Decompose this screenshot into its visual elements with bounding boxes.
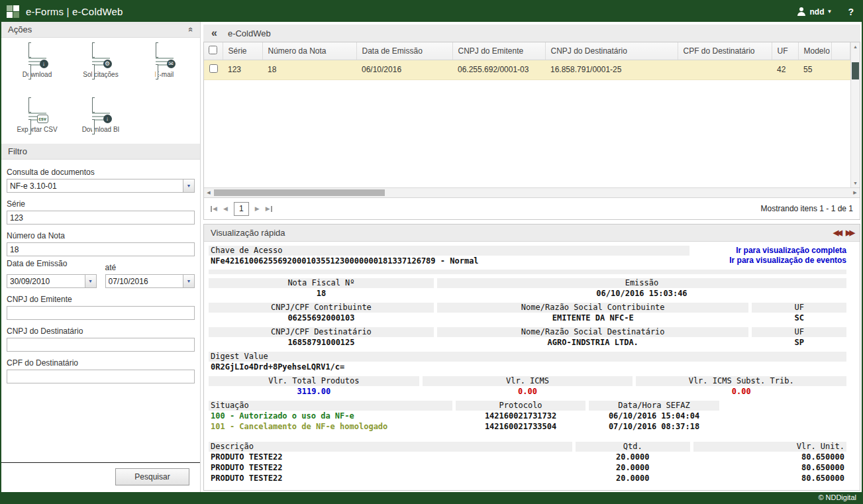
requests-doc-icon: ⚙ — [92, 46, 110, 66]
horizontal-scrollbar[interactable]: ◀ ▶ — [204, 187, 860, 197]
row-checkbox[interactable] — [209, 64, 218, 73]
qtd-label: Qtd. — [576, 442, 690, 452]
download-bi-doc-icon: ↓ — [92, 101, 110, 121]
scroll-left-icon[interactable]: ◀ — [204, 188, 213, 197]
datahora-sefaz-value: 07/10/2016 08:37:18 — [589, 421, 719, 432]
uf-destinatario-value: SP — [752, 337, 846, 348]
action-email[interactable]: ✉ E-mail — [134, 46, 194, 86]
vertical-scrollbar-thumb[interactable] — [852, 62, 859, 79]
breadcrumb: « e-ColdWeb — [203, 25, 860, 42]
cnpj-emitente-label: CNPJ do Emitente — [7, 295, 195, 304]
email-doc-icon: ✉ — [156, 46, 174, 66]
copyright-text: © NDDigital — [818, 493, 856, 501]
vlr-icms-value: 0.00 — [423, 386, 633, 397]
previous-page-button[interactable]: ◀ — [223, 205, 228, 212]
cell-cnpj-destinatario: 16.858.791/0001-25 — [545, 60, 678, 79]
action-solicitacoes[interactable]: ⚙ Solicitações — [71, 46, 130, 86]
consulta-select[interactable]: ▼ — [7, 179, 195, 193]
select-all-checkbox[interactable] — [209, 46, 217, 54]
column-header-numero[interactable]: Número da Nota — [262, 42, 356, 60]
cnpj-contribuinte-value: 06255692000103 — [209, 313, 434, 323]
column-header-serie[interactable]: Série — [223, 42, 262, 60]
item-qtd: 20.0000 — [576, 473, 690, 483]
horizontal-scrollbar-thumb[interactable] — [214, 189, 385, 196]
column-header-cpf-destinatario[interactable]: CPF do Destinatário — [678, 42, 772, 60]
scroll-up-icon[interactable]: ▲ — [851, 42, 860, 51]
chave-acesso-value: NFe4216100625569200010355123000000018133… — [209, 256, 689, 266]
datahora-sefaz-value: 06/10/2016 15:04:04 — [589, 411, 719, 421]
item-vlr-unit: 80.650000 — [693, 473, 846, 483]
item-qtd: 20.0000 — [576, 452, 690, 462]
item-vlr-unit: 80.650000 — [693, 462, 846, 473]
item-vlr-unit: 80.650000 — [693, 452, 846, 462]
scroll-down-icon[interactable]: ▼ — [851, 179, 860, 187]
last-page-button[interactable]: ▶ — [266, 205, 272, 212]
serie-label: Série — [7, 199, 195, 209]
nota-fiscal-value: 18 — [209, 288, 434, 299]
app-window: e-Forms | e-ColdWeb ndd ▼ ? Ações « ↓ Do… — [0, 0, 863, 504]
column-header-data-emissao[interactable]: Data de Emissão — [356, 42, 452, 60]
pesquisar-button[interactable]: Pesquisar — [115, 468, 189, 485]
chevron-down-icon[interactable]: ▼ — [827, 9, 833, 15]
item-descricao: PRODUTO TESTE22 — [209, 462, 572, 473]
cell-filler — [831, 60, 850, 79]
consulta-input[interactable] — [7, 179, 195, 193]
next-page-button[interactable]: ▶ — [255, 205, 260, 212]
data-fim-picker[interactable]: ▼ — [105, 274, 195, 288]
cell-uf: 42 — [772, 60, 798, 79]
chevron-down-icon[interactable]: ▼ — [85, 275, 96, 287]
pagination-bar: ◀ ◀ 1 ▶ ▶ Mostrando itens 1 - 1 de 1 — [204, 197, 860, 219]
cell-cpf-destinatario — [678, 60, 772, 79]
data-inicio-picker[interactable]: ▼ — [7, 274, 97, 288]
app-title: e-Forms | e-ColdWeb — [26, 6, 123, 17]
link-visualizacao-eventos[interactable]: Ir para visualização de eventos — [693, 256, 846, 266]
cnpj-emitente-input[interactable] — [7, 306, 195, 320]
data-fim-input[interactable] — [105, 274, 195, 288]
collapse-panel-icon[interactable]: « — [186, 27, 196, 32]
column-header-cnpj-emitente[interactable]: CNPJ do Emitente — [452, 42, 545, 60]
vlr-icms-label: Vlr. ICMS — [423, 376, 633, 386]
first-page-button[interactable]: ◀ — [211, 205, 217, 212]
serie-input[interactable] — [7, 211, 195, 225]
section-divider — [209, 270, 846, 274]
user-menu[interactable]: ndd — [810, 7, 825, 17]
vertical-scrollbar[interactable]: ▲ ▼ — [850, 42, 860, 187]
sidebar-footer: Pesquisar — [1, 462, 200, 492]
cnpj-destinatario-input[interactable] — [7, 338, 195, 352]
table-row[interactable]: 123 18 06/10/2016 06.255.692/0001-03 16.… — [204, 60, 850, 79]
action-exportar-csv[interactable]: csv Exportar CSV — [7, 101, 67, 141]
previous-document-icon[interactable]: ◀◀ — [833, 228, 840, 237]
link-visualizacao-completa[interactable]: Ir para visualização completa — [693, 246, 846, 256]
download-doc-icon: ↓ — [28, 46, 46, 66]
page-title: e-ColdWeb — [228, 28, 271, 38]
table-header-row: Série Número da Nota Data de Emissão CNP… — [204, 42, 850, 60]
sidebar: Ações « ↓ Download ⚙ Solicitações ✉ E-ma… — [1, 22, 201, 492]
protocolo-value: 142160021731732 — [456, 411, 585, 421]
item-descricao: PRODUTO TESTE22 — [209, 473, 572, 483]
chevron-down-icon[interactable]: ▼ — [183, 179, 194, 192]
action-download-bi[interactable]: ↓ Download BI — [71, 101, 130, 141]
collapse-sidebar-icon[interactable]: « — [211, 27, 217, 39]
consulta-label: Consulta de documentos — [7, 168, 195, 177]
current-page-input[interactable]: 1 — [234, 202, 249, 216]
column-header-modelo[interactable]: Modelo — [798, 42, 831, 60]
column-header-cnpj-destinatario[interactable]: CNPJ do Destinatário — [545, 42, 678, 60]
cpf-destinatario-input[interactable] — [7, 370, 195, 383]
vlr-unit-label: Vlr. Unit. — [693, 442, 846, 452]
numero-nota-input[interactable] — [7, 242, 195, 256]
data-inicio-input[interactable] — [7, 274, 97, 288]
action-download[interactable]: ↓ Download — [7, 46, 67, 86]
actions-title: Ações — [8, 25, 32, 34]
item-qtd: 20.0000 — [576, 462, 690, 473]
results-grid-panel: Série Número da Nota Data de Emissão CNP… — [203, 42, 860, 220]
protocolo-label: Protocolo — [456, 401, 585, 411]
cnpj-destinatario-label: CNPJ/CPF Destinatário — [209, 327, 434, 337]
help-button[interactable]: ? — [848, 7, 854, 17]
column-header-uf[interactable]: UF — [772, 42, 798, 60]
chevron-down-icon[interactable]: ▼ — [183, 275, 194, 287]
content-area: Ações « ↓ Download ⚙ Solicitações ✉ E-ma… — [1, 22, 862, 492]
protocolo-value: 142160021733504 — [456, 421, 585, 432]
scroll-right-icon[interactable]: ▶ — [850, 188, 860, 197]
next-document-icon[interactable]: ▶▶ — [846, 228, 853, 237]
filter-form: Consulta de documentos ▼ Série Número da… — [1, 160, 200, 462]
